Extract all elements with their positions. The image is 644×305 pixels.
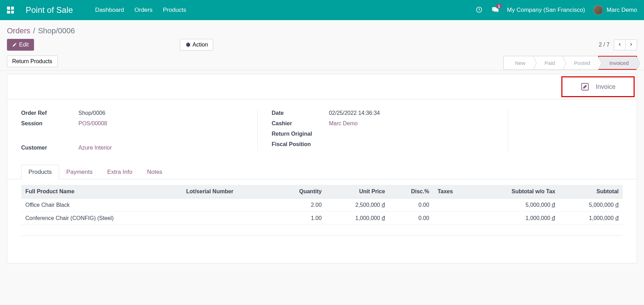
statusbar: New Paid Posted Invoiced xyxy=(503,56,637,70)
toolbar: Edit Action 2 / 7 xyxy=(0,39,644,56)
cell-qty: 2.00 xyxy=(275,198,326,212)
col-qty: Quantity xyxy=(275,185,326,198)
pager-next-button[interactable] xyxy=(626,40,637,50)
breadcrumb-current: Shop/0006 xyxy=(38,26,75,35)
col-taxes: Taxes xyxy=(433,185,473,198)
col-disc: Disc.% xyxy=(389,185,433,198)
app-brand[interactable]: Point of Sale xyxy=(26,5,73,15)
edit-square-icon xyxy=(580,82,589,91)
statusbar-row: Return Products New Paid Posted Invoiced xyxy=(0,56,644,70)
cell-lot xyxy=(182,212,274,225)
status-paid[interactable]: Paid xyxy=(533,56,563,70)
table-row[interactable]: Office Chair Black2.002,500,000 ₫0.005,0… xyxy=(21,198,623,212)
customer-label: Customer xyxy=(21,145,78,151)
order-ref-value: Shop/0006 xyxy=(78,110,105,116)
nav-orders[interactable]: Orders xyxy=(134,7,152,14)
date-label: Date xyxy=(271,110,329,116)
tab-notes[interactable]: Notes xyxy=(140,165,169,179)
tab-extra-info[interactable]: Extra Info xyxy=(100,165,140,179)
company-switcher[interactable]: My Company (San Francisco) xyxy=(507,7,585,14)
fiscal-position-label: Fiscal Position xyxy=(271,141,329,147)
chevron-left-icon xyxy=(618,42,622,47)
session-label: Session xyxy=(21,120,78,127)
notification-badge: 1 xyxy=(496,4,502,9)
cell-subtotal: 5,000,000 ₫ xyxy=(559,198,623,212)
table-row[interactable]: Conference Chair (CONFIG) (Steel)1.001,0… xyxy=(21,212,623,225)
top-navbar: Point of Sale Dashboard Orders Products … xyxy=(0,0,644,20)
cashier-label: Cashier xyxy=(271,120,329,127)
col-subtotal: Subtotal xyxy=(559,185,623,198)
notebook-tabs: Products Payments Extra Info Notes xyxy=(7,165,637,179)
action-button-label: Action xyxy=(193,42,208,48)
cell-disc: 0.00 xyxy=(389,198,433,212)
breadcrumb: Orders / Shop/0006 xyxy=(0,20,644,39)
action-button[interactable]: Action xyxy=(180,39,213,51)
cell-price: 1,000,000 ₫ xyxy=(326,212,389,225)
invoice-stat-label: Invoice xyxy=(596,83,616,91)
pager-prev-button[interactable] xyxy=(614,40,626,50)
chevron-right-icon xyxy=(629,42,633,47)
user-name: Marc Demo xyxy=(607,7,637,14)
status-invoiced[interactable]: Invoiced xyxy=(598,56,637,70)
cell-subtotal: 1,000,000 ₫ xyxy=(559,212,623,225)
tab-products[interactable]: Products xyxy=(21,165,59,179)
cell-subtotal-no-tax: 5,000,000 ₫ xyxy=(473,198,560,212)
cell-product: Conference Chair (CONFIG) (Steel) xyxy=(21,212,182,225)
col-price: Unit Price xyxy=(326,185,389,198)
return-original-label: Return Original xyxy=(271,131,329,137)
status-posted[interactable]: Posted xyxy=(563,56,598,70)
cell-lot xyxy=(182,198,274,212)
cashier-value[interactable]: Marc Demo xyxy=(329,120,358,127)
col-lot: Lot/serial Number xyxy=(182,185,274,198)
edit-button[interactable]: Edit xyxy=(7,39,34,51)
user-menu[interactable]: Marc Demo xyxy=(593,5,637,15)
return-products-button[interactable]: Return Products xyxy=(7,56,58,67)
messaging-icon[interactable]: 1 xyxy=(491,6,499,15)
pencil-icon xyxy=(12,42,17,47)
form-sheet: Invoice Order Ref Shop/0006 Session POS/… xyxy=(7,74,637,263)
apps-icon[interactable] xyxy=(7,7,14,14)
cell-taxes xyxy=(433,198,473,212)
products-table: Full Product Name Lot/serial Number Quan… xyxy=(21,185,623,225)
order-ref-label: Order Ref xyxy=(21,110,78,116)
col-product: Full Product Name xyxy=(21,185,182,198)
col-subtotal-no-tax: Subtotal w/o Tax xyxy=(473,185,560,198)
cell-price: 2,500,000 ₫ xyxy=(326,198,389,212)
session-value[interactable]: POS/00008 xyxy=(78,120,107,127)
breadcrumb-separator: / xyxy=(33,26,35,35)
nav-products[interactable]: Products xyxy=(163,7,186,14)
gear-icon xyxy=(185,42,191,48)
tab-payments[interactable]: Payments xyxy=(59,165,100,179)
cell-product: Office Chair Black xyxy=(21,198,182,212)
cell-qty: 1.00 xyxy=(275,212,326,225)
status-new[interactable]: New xyxy=(503,56,533,70)
cell-disc: 0.00 xyxy=(389,212,433,225)
invoice-stat-button[interactable]: Invoice xyxy=(561,76,635,97)
breadcrumb-parent[interactable]: Orders xyxy=(7,26,30,35)
edit-button-label: Edit xyxy=(19,42,29,48)
avatar xyxy=(593,5,603,15)
cell-taxes xyxy=(433,212,473,225)
pager-count[interactable]: 2 / 7 xyxy=(599,42,610,48)
nav-dashboard[interactable]: Dashboard xyxy=(95,7,124,14)
date-value: 02/25/2022 14:36:34 xyxy=(329,110,380,116)
customer-value[interactable]: Azure Interior xyxy=(78,145,112,151)
clock-icon[interactable] xyxy=(476,6,483,14)
cell-subtotal-no-tax: 1,000,000 ₫ xyxy=(473,212,560,225)
